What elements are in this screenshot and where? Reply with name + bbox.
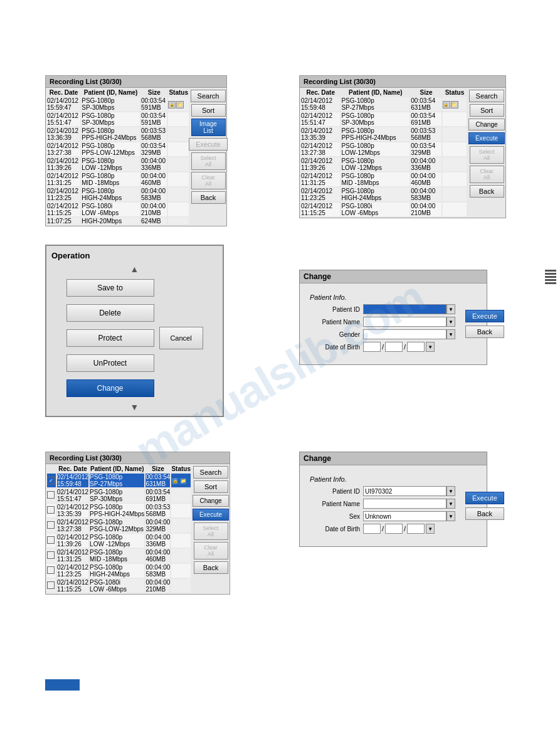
table-row[interactable]: 02/14/201215:51:47 PSG-1080pSP-30Mbps 00… (47, 489, 191, 502)
scroll-down-arrow[interactable]: ▼ (51, 403, 218, 411)
search-button[interactable]: Search (191, 90, 226, 102)
cancel-button[interactable]: Cancel (159, 327, 203, 349)
table-row[interactable]: 02/14/201211:39:26 PSG-1080pLOW -12Mbps … (47, 157, 189, 171)
table-row[interactable]: 02/14/201211:31:25 PSG-1080pMID -18Mbps … (47, 549, 191, 563)
select-all-button[interactable]: Select All (191, 152, 226, 170)
search-button-bl[interactable]: Search (193, 466, 229, 479)
save-to-button[interactable]: Save to (66, 279, 154, 297)
sort-button-bl[interactable]: Sort (194, 480, 228, 493)
execute-button-change-bottom[interactable]: Execute (465, 492, 504, 504)
delete-button[interactable]: Delete (66, 304, 154, 322)
patient-id-field[interactable]: ▼ (363, 304, 455, 314)
clear-all-button-r[interactable]: Clear All (470, 166, 504, 183)
clear-all-button-bl[interactable]: Clear All (194, 542, 228, 559)
patient-name-dropdown-b[interactable]: ▼ (446, 499, 455, 509)
lock-icon: 🔒 (168, 101, 176, 109)
gender-field[interactable]: ▼ (363, 329, 455, 339)
gender-dropdown[interactable]: ▼ (446, 329, 455, 339)
execute-button-change-top[interactable]: Execute (465, 310, 504, 322)
patient-name-dropdown[interactable]: ▼ (446, 317, 455, 327)
table-row[interactable]: 02/14/201211:39:26 PSG-1080pLOW -12Mbps … (301, 157, 467, 171)
table-row[interactable]: 02/14/201211:31:25 PSG-1080pMID -18Mbps … (301, 172, 467, 186)
table-row[interactable]: 02/14/201213:35:39 PSG-1080pPPS-HIGH-24M… (47, 504, 191, 517)
select-all-button-r[interactable]: Select All (470, 146, 504, 164)
table-row[interactable]: 11:07:25 HIGH-20Mbps 624MB (47, 218, 189, 225)
patient-id-field-b[interactable]: ▼ (363, 486, 455, 496)
patient-id-dropdown-b[interactable]: ▼ (446, 486, 455, 496)
back-button-change-top[interactable]: Back (465, 326, 504, 338)
table-row[interactable]: 02/14/201211:23:25 PSG-1080pHIGH-24Mbps … (301, 188, 467, 201)
table-row[interactable]: 02/14/201213:27:38 PSG-1080pPPS-LOW-12Mb… (47, 142, 189, 156)
table-row[interactable]: ✓ 02/14/201215:59:48 PSG-1080pSP-27Mbps … (47, 474, 191, 487)
col-status-r: Status (443, 89, 467, 96)
protect-button[interactable]: Protect (66, 329, 154, 347)
sort-button-r[interactable]: Sort (470, 104, 504, 117)
table-row[interactable]: 02/14/201211:15:25 PSG-1080iLOW -6Mbps 0… (301, 203, 467, 216)
recording-list-top-right: Recording List (30/30) Rec. Date Patient… (299, 75, 506, 218)
sex-input-b[interactable] (363, 511, 446, 521)
execute-button-bl[interactable]: Execute (193, 509, 229, 521)
patient-name-field[interactable]: ▼ (363, 317, 455, 327)
checkbox-empty[interactable] (47, 566, 55, 574)
table-row[interactable]: 02/14/201211:31:25 PSG-1080pMID -18Mbps … (47, 172, 189, 186)
dob-day[interactable] (385, 342, 403, 352)
back-button-bl[interactable]: Back (194, 561, 228, 574)
sort-button[interactable]: Sort (191, 104, 226, 117)
col-status: Status (168, 89, 189, 96)
table-row[interactable]: 02/14/201215:51:47 PSG-1080pSP-30Mbps 00… (301, 112, 467, 126)
patient-name-input-b[interactable] (363, 499, 446, 509)
checkbox-empty[interactable] (47, 551, 55, 559)
unprotect-button[interactable]: UnProtect (66, 354, 154, 372)
patient-id-input[interactable] (363, 304, 446, 314)
execute-button-r[interactable]: Execute (468, 132, 505, 144)
sex-dropdown-b[interactable]: ▼ (446, 511, 455, 521)
table-row[interactable]: 02/14/201213:36:39 PSG-1080pPPS-HIGH-24M… (47, 127, 189, 141)
table-row[interactable]: 02/14/201213:27:38 PSG-1080pPSG-LOW-12Mb… (47, 519, 191, 532)
checkbox-empty[interactable] (47, 491, 55, 499)
patient-name-label-b: Patient Name (310, 501, 363, 507)
dob-field: / / ▼ (363, 342, 435, 352)
dob-day-b[interactable] (385, 524, 403, 534)
dob-month[interactable] (363, 342, 381, 352)
checkbox-empty[interactable] (47, 521, 55, 529)
dob-dropdown[interactable]: ▼ (426, 342, 435, 352)
clear-all-button[interactable]: Clear All (191, 172, 226, 189)
change-button-bl[interactable]: Change (193, 495, 228, 507)
back-button-r[interactable]: Back (470, 185, 504, 198)
col-patient-b: Patient (ID, Name) (90, 465, 144, 472)
table-row[interactable]: 02/14/201211:39:26 PSG-1080pLOW -12Mbps … (47, 534, 191, 548)
table-row[interactable]: 02/14/201215:59:48 PSG-1080pSP-27Mbps 00… (301, 97, 467, 111)
table-row[interactable]: 02/14/201215:59:47 PSG-1080pSP-30Mbps 00… (47, 97, 189, 111)
sex-field-b[interactable]: ▼ (363, 511, 455, 521)
checkbox-empty[interactable] (47, 536, 55, 544)
dob-field-b: / / ▼ (363, 524, 435, 534)
checkbox-empty[interactable] (47, 506, 55, 514)
back-button-change-bottom[interactable]: Back (465, 507, 504, 520)
change-button-r[interactable]: Change (468, 119, 504, 130)
back-button[interactable]: Back (191, 191, 226, 204)
execute-button[interactable]: Execute (189, 138, 228, 151)
dob-month-b[interactable] (363, 524, 381, 534)
dob-dropdown-b[interactable]: ▼ (426, 524, 435, 534)
change-button-op[interactable]: Change (66, 379, 154, 397)
table-row[interactable]: 02/14/201215:51:47 PSG-1080pSP-30Mbps 00… (47, 112, 189, 126)
scroll-up-arrow[interactable]: ▲ (51, 265, 218, 273)
table-row[interactable]: 02/14/201211:15:25 PSG-1080iLOW -6Mbps 0… (47, 579, 191, 593)
table-row[interactable]: 02/14/201213:27:38 PSG-1080pLOW-12Mbps 0… (301, 142, 467, 156)
patient-name-field-b[interactable]: ▼ (363, 499, 455, 509)
table-row[interactable]: 02/14/201211:15:25 PSG-1080iLOW -6Mbps 0… (47, 203, 189, 216)
image-list-button[interactable]: Image List (191, 119, 226, 136)
patient-id-dropdown[interactable]: ▼ (446, 304, 455, 314)
dob-year-b[interactable] (407, 524, 425, 534)
table-row[interactable]: 02/14/201213:35:39 PSG-1080pPPS-HIGH-24M… (301, 127, 467, 141)
patient-id-input-b[interactable] (363, 486, 446, 496)
table-row[interactable]: 02/14/201211:23:25 PSG-1080pHIGH-24Mbps … (47, 188, 189, 201)
checkbox-empty[interactable] (47, 581, 55, 589)
search-button-r[interactable]: Search (469, 90, 505, 102)
dob-year[interactable] (407, 342, 425, 352)
select-all-button-bl[interactable]: Select All (194, 522, 228, 540)
table-row[interactable]: 02/14/201211:23:25 PSG-1080pHIGH-24Mbps … (47, 564, 191, 578)
patient-name-input[interactable] (363, 317, 446, 327)
checkbox-checked[interactable]: ✓ (47, 477, 55, 484)
gender-input[interactable] (363, 329, 446, 339)
